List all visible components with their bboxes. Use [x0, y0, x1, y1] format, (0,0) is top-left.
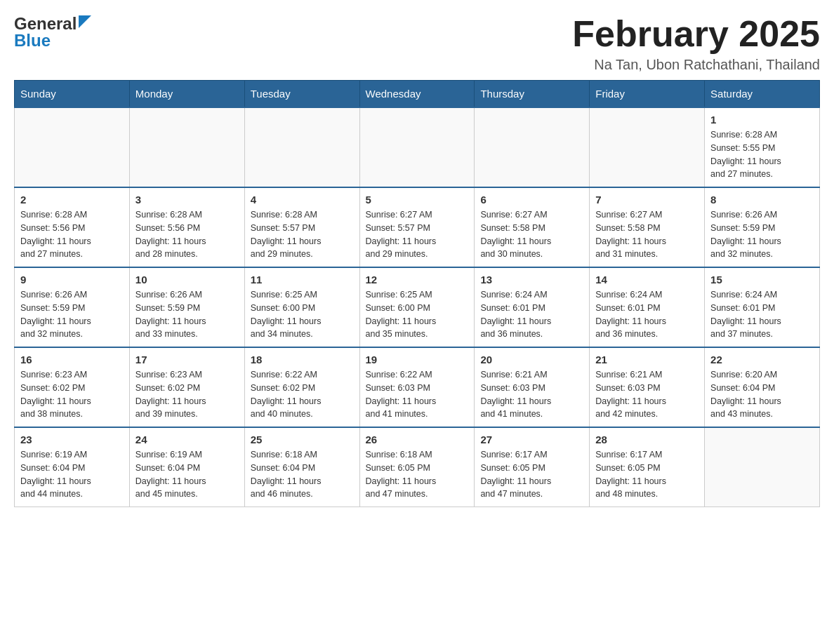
- calendar-cell: 19Sunrise: 6:22 AM Sunset: 6:03 PM Dayli…: [359, 347, 475, 427]
- day-info: Sunrise: 6:26 AM Sunset: 5:59 PM Dayligh…: [135, 288, 239, 341]
- day-info: Sunrise: 6:24 AM Sunset: 6:01 PM Dayligh…: [595, 288, 699, 341]
- day-number: 19: [366, 354, 469, 365]
- calendar-week-row: 23Sunrise: 6:19 AM Sunset: 6:04 PM Dayli…: [15, 427, 820, 507]
- day-info: Sunrise: 6:19 AM Sunset: 6:04 PM Dayligh…: [135, 448, 239, 501]
- calendar-cell: 18Sunrise: 6:22 AM Sunset: 6:02 PM Dayli…: [244, 347, 359, 427]
- day-info: Sunrise: 6:22 AM Sunset: 6:03 PM Dayligh…: [366, 368, 469, 421]
- day-info: Sunrise: 6:22 AM Sunset: 6:02 PM Dayligh…: [251, 368, 354, 421]
- calendar-cell: 16Sunrise: 6:23 AM Sunset: 6:02 PM Dayli…: [15, 347, 130, 427]
- calendar-week-row: 16Sunrise: 6:23 AM Sunset: 6:02 PM Dayli…: [15, 347, 820, 427]
- day-of-week-header: Monday: [129, 81, 244, 108]
- day-number: 21: [595, 354, 699, 365]
- day-info: Sunrise: 6:27 AM Sunset: 5:57 PM Dayligh…: [366, 208, 469, 261]
- day-info: Sunrise: 6:23 AM Sunset: 6:02 PM Dayligh…: [135, 368, 239, 421]
- day-info: Sunrise: 6:24 AM Sunset: 6:01 PM Dayligh…: [710, 288, 814, 341]
- calendar-cell: 27Sunrise: 6:17 AM Sunset: 6:05 PM Dayli…: [475, 427, 590, 507]
- day-info: Sunrise: 6:20 AM Sunset: 6:04 PM Dayligh…: [710, 368, 814, 421]
- calendar-cell: [15, 107, 130, 187]
- day-info: Sunrise: 6:28 AM Sunset: 5:56 PM Dayligh…: [135, 208, 239, 261]
- calendar-cell: 8Sunrise: 6:26 AM Sunset: 5:59 PM Daylig…: [705, 187, 820, 267]
- logo-triangle-icon: [79, 15, 91, 31]
- day-info: Sunrise: 6:28 AM Sunset: 5:56 PM Dayligh…: [20, 208, 124, 261]
- day-number: 27: [480, 434, 583, 445]
- day-number: 23: [20, 434, 124, 445]
- day-number: 20: [480, 354, 583, 365]
- calendar-week-row: 2Sunrise: 6:28 AM Sunset: 5:56 PM Daylig…: [15, 187, 820, 267]
- svg-marker-0: [79, 15, 91, 28]
- day-info: Sunrise: 6:24 AM Sunset: 6:01 PM Dayligh…: [480, 288, 583, 341]
- day-info: Sunrise: 6:28 AM Sunset: 5:55 PM Dayligh…: [710, 128, 814, 181]
- title-area: February 2025 Na Tan, Ubon Ratchathani, …: [572, 14, 820, 73]
- calendar-cell: [705, 427, 820, 507]
- day-info: Sunrise: 6:23 AM Sunset: 6:02 PM Dayligh…: [20, 368, 124, 421]
- calendar-cell: [590, 107, 705, 187]
- day-info: Sunrise: 6:18 AM Sunset: 6:05 PM Dayligh…: [366, 448, 469, 501]
- day-of-week-header: Sunday: [15, 81, 130, 108]
- day-info: Sunrise: 6:27 AM Sunset: 5:58 PM Dayligh…: [595, 208, 699, 261]
- calendar-cell: 14Sunrise: 6:24 AM Sunset: 6:01 PM Dayli…: [590, 267, 705, 347]
- calendar-cell: 5Sunrise: 6:27 AM Sunset: 5:57 PM Daylig…: [359, 187, 475, 267]
- day-number: 26: [366, 434, 469, 445]
- day-info: Sunrise: 6:18 AM Sunset: 6:04 PM Dayligh…: [251, 448, 354, 501]
- calendar-cell: 7Sunrise: 6:27 AM Sunset: 5:58 PM Daylig…: [590, 187, 705, 267]
- day-number: 16: [20, 354, 124, 365]
- day-number: 12: [366, 274, 469, 286]
- day-number: 25: [251, 434, 354, 445]
- day-info: Sunrise: 6:27 AM Sunset: 5:58 PM Dayligh…: [480, 208, 583, 261]
- day-number: 3: [135, 194, 239, 206]
- day-number: 28: [595, 434, 699, 445]
- calendar-week-row: 1Sunrise: 6:28 AM Sunset: 5:55 PM Daylig…: [15, 107, 820, 187]
- calendar-cell: 23Sunrise: 6:19 AM Sunset: 6:04 PM Dayli…: [15, 427, 130, 507]
- calendar-cell: 13Sunrise: 6:24 AM Sunset: 6:01 PM Dayli…: [475, 267, 590, 347]
- day-info: Sunrise: 6:21 AM Sunset: 6:03 PM Dayligh…: [480, 368, 583, 421]
- calendar-cell: 25Sunrise: 6:18 AM Sunset: 6:04 PM Dayli…: [244, 427, 359, 507]
- calendar-week-row: 9Sunrise: 6:26 AM Sunset: 5:59 PM Daylig…: [15, 267, 820, 347]
- calendar-cell: 28Sunrise: 6:17 AM Sunset: 6:05 PM Dayli…: [590, 427, 705, 507]
- day-info: Sunrise: 6:25 AM Sunset: 6:00 PM Dayligh…: [251, 288, 354, 341]
- day-number: 7: [595, 194, 699, 206]
- calendar-cell: 12Sunrise: 6:25 AM Sunset: 6:00 PM Dayli…: [359, 267, 475, 347]
- day-number: 15: [710, 274, 814, 286]
- day-number: 24: [135, 434, 239, 445]
- calendar-cell: [244, 107, 359, 187]
- day-number: 11: [251, 274, 354, 286]
- calendar-cell: 17Sunrise: 6:23 AM Sunset: 6:02 PM Dayli…: [129, 347, 244, 427]
- calendar-table: SundayMondayTuesdayWednesdayThursdayFrid…: [14, 80, 820, 507]
- day-info: Sunrise: 6:25 AM Sunset: 6:00 PM Dayligh…: [366, 288, 469, 341]
- calendar-cell: 26Sunrise: 6:18 AM Sunset: 6:05 PM Dayli…: [359, 427, 475, 507]
- day-number: 6: [480, 194, 583, 206]
- calendar-cell: 6Sunrise: 6:27 AM Sunset: 5:58 PM Daylig…: [475, 187, 590, 267]
- calendar-cell: 2Sunrise: 6:28 AM Sunset: 5:56 PM Daylig…: [15, 187, 130, 267]
- calendar-cell: 21Sunrise: 6:21 AM Sunset: 6:03 PM Dayli…: [590, 347, 705, 427]
- day-info: Sunrise: 6:21 AM Sunset: 6:03 PM Dayligh…: [595, 368, 699, 421]
- calendar-cell: 9Sunrise: 6:26 AM Sunset: 5:59 PM Daylig…: [15, 267, 130, 347]
- calendar-cell: 24Sunrise: 6:19 AM Sunset: 6:04 PM Dayli…: [129, 427, 244, 507]
- calendar-cell: [475, 107, 590, 187]
- day-number: 13: [480, 274, 583, 286]
- calendar-cell: [359, 107, 475, 187]
- calendar-cell: 4Sunrise: 6:28 AM Sunset: 5:57 PM Daylig…: [244, 187, 359, 267]
- day-number: 4: [251, 194, 354, 206]
- calendar-header-row: SundayMondayTuesdayWednesdayThursdayFrid…: [15, 81, 820, 108]
- day-info: Sunrise: 6:26 AM Sunset: 5:59 PM Dayligh…: [20, 288, 124, 341]
- day-number: 9: [20, 274, 124, 286]
- day-of-week-header: Saturday: [705, 81, 820, 108]
- day-of-week-header: Wednesday: [359, 81, 475, 108]
- day-number: 18: [251, 354, 354, 365]
- day-number: 1: [710, 114, 814, 126]
- day-of-week-header: Friday: [590, 81, 705, 108]
- day-of-week-header: Thursday: [475, 81, 590, 108]
- calendar-cell: 15Sunrise: 6:24 AM Sunset: 6:01 PM Dayli…: [705, 267, 820, 347]
- calendar-cell: 3Sunrise: 6:28 AM Sunset: 5:56 PM Daylig…: [129, 187, 244, 267]
- calendar-cell: 11Sunrise: 6:25 AM Sunset: 6:00 PM Dayli…: [244, 267, 359, 347]
- day-info: Sunrise: 6:26 AM Sunset: 5:59 PM Dayligh…: [710, 208, 814, 261]
- calendar-cell: 10Sunrise: 6:26 AM Sunset: 5:59 PM Dayli…: [129, 267, 244, 347]
- day-number: 5: [366, 194, 469, 206]
- day-info: Sunrise: 6:17 AM Sunset: 6:05 PM Dayligh…: [480, 448, 583, 501]
- logo-blue-text: Blue: [14, 31, 51, 51]
- day-number: 2: [20, 194, 124, 206]
- day-info: Sunrise: 6:28 AM Sunset: 5:57 PM Dayligh…: [251, 208, 354, 261]
- day-of-week-header: Tuesday: [244, 81, 359, 108]
- day-number: 8: [710, 194, 814, 206]
- calendar-cell: 1Sunrise: 6:28 AM Sunset: 5:55 PM Daylig…: [705, 107, 820, 187]
